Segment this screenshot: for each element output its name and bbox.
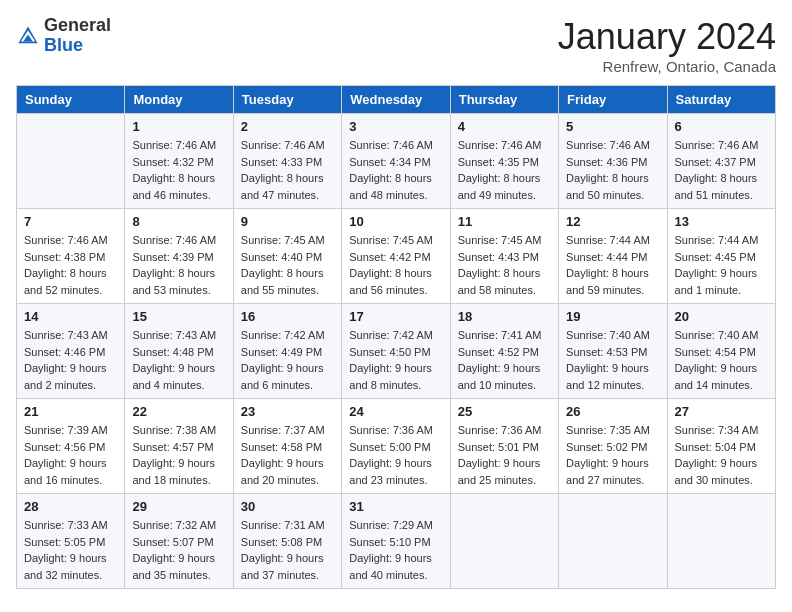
day-cell: 16Sunrise: 7:42 AMSunset: 4:49 PMDayligh…	[233, 304, 341, 399]
header-tuesday: Tuesday	[233, 86, 341, 114]
day-number: 24	[349, 404, 442, 419]
day-cell: 12Sunrise: 7:44 AMSunset: 4:44 PMDayligh…	[559, 209, 667, 304]
day-number: 6	[675, 119, 768, 134]
header-wednesday: Wednesday	[342, 86, 450, 114]
day-cell: 30Sunrise: 7:31 AMSunset: 5:08 PMDayligh…	[233, 494, 341, 589]
day-cell	[450, 494, 558, 589]
day-info: Sunrise: 7:40 AMSunset: 4:54 PMDaylight:…	[675, 327, 768, 393]
day-cell: 22Sunrise: 7:38 AMSunset: 4:57 PMDayligh…	[125, 399, 233, 494]
day-info: Sunrise: 7:32 AMSunset: 5:07 PMDaylight:…	[132, 517, 225, 583]
day-cell: 18Sunrise: 7:41 AMSunset: 4:52 PMDayligh…	[450, 304, 558, 399]
day-number: 1	[132, 119, 225, 134]
day-cell: 20Sunrise: 7:40 AMSunset: 4:54 PMDayligh…	[667, 304, 775, 399]
day-cell: 13Sunrise: 7:44 AMSunset: 4:45 PMDayligh…	[667, 209, 775, 304]
logo-icon	[16, 24, 40, 48]
day-cell: 2Sunrise: 7:46 AMSunset: 4:33 PMDaylight…	[233, 114, 341, 209]
day-cell: 10Sunrise: 7:45 AMSunset: 4:42 PMDayligh…	[342, 209, 450, 304]
day-info: Sunrise: 7:46 AMSunset: 4:32 PMDaylight:…	[132, 137, 225, 203]
day-info: Sunrise: 7:43 AMSunset: 4:46 PMDaylight:…	[24, 327, 117, 393]
day-cell: 9Sunrise: 7:45 AMSunset: 4:40 PMDaylight…	[233, 209, 341, 304]
day-cell: 8Sunrise: 7:46 AMSunset: 4:39 PMDaylight…	[125, 209, 233, 304]
day-info: Sunrise: 7:45 AMSunset: 4:42 PMDaylight:…	[349, 232, 442, 298]
day-cell	[559, 494, 667, 589]
day-cell: 7Sunrise: 7:46 AMSunset: 4:38 PMDaylight…	[17, 209, 125, 304]
day-number: 7	[24, 214, 117, 229]
day-number: 17	[349, 309, 442, 324]
day-cell	[667, 494, 775, 589]
day-info: Sunrise: 7:36 AMSunset: 5:01 PMDaylight:…	[458, 422, 551, 488]
header-monday: Monday	[125, 86, 233, 114]
day-number: 2	[241, 119, 334, 134]
day-number: 31	[349, 499, 442, 514]
logo-blue-text: Blue	[44, 35, 83, 55]
day-info: Sunrise: 7:36 AMSunset: 5:00 PMDaylight:…	[349, 422, 442, 488]
day-number: 27	[675, 404, 768, 419]
day-cell: 11Sunrise: 7:45 AMSunset: 4:43 PMDayligh…	[450, 209, 558, 304]
header-thursday: Thursday	[450, 86, 558, 114]
day-cell	[17, 114, 125, 209]
day-info: Sunrise: 7:40 AMSunset: 4:53 PMDaylight:…	[566, 327, 659, 393]
day-number: 13	[675, 214, 768, 229]
day-info: Sunrise: 7:45 AMSunset: 4:40 PMDaylight:…	[241, 232, 334, 298]
day-info: Sunrise: 7:46 AMSunset: 4:38 PMDaylight:…	[24, 232, 117, 298]
day-number: 5	[566, 119, 659, 134]
day-cell: 4Sunrise: 7:46 AMSunset: 4:35 PMDaylight…	[450, 114, 558, 209]
day-info: Sunrise: 7:37 AMSunset: 4:58 PMDaylight:…	[241, 422, 334, 488]
header-friday: Friday	[559, 86, 667, 114]
day-cell: 15Sunrise: 7:43 AMSunset: 4:48 PMDayligh…	[125, 304, 233, 399]
day-cell: 27Sunrise: 7:34 AMSunset: 5:04 PMDayligh…	[667, 399, 775, 494]
title-block: January 2024 Renfrew, Ontario, Canada	[558, 16, 776, 75]
day-number: 16	[241, 309, 334, 324]
day-info: Sunrise: 7:38 AMSunset: 4:57 PMDaylight:…	[132, 422, 225, 488]
logo-general-text: General	[44, 15, 111, 35]
week-row-5: 28Sunrise: 7:33 AMSunset: 5:05 PMDayligh…	[17, 494, 776, 589]
day-number: 19	[566, 309, 659, 324]
day-info: Sunrise: 7:45 AMSunset: 4:43 PMDaylight:…	[458, 232, 551, 298]
day-info: Sunrise: 7:39 AMSunset: 4:56 PMDaylight:…	[24, 422, 117, 488]
day-number: 8	[132, 214, 225, 229]
logo: General Blue	[16, 16, 111, 56]
week-row-1: 1Sunrise: 7:46 AMSunset: 4:32 PMDaylight…	[17, 114, 776, 209]
month-title: January 2024	[558, 16, 776, 58]
header-sunday: Sunday	[17, 86, 125, 114]
day-info: Sunrise: 7:46 AMSunset: 4:34 PMDaylight:…	[349, 137, 442, 203]
day-cell: 3Sunrise: 7:46 AMSunset: 4:34 PMDaylight…	[342, 114, 450, 209]
day-info: Sunrise: 7:31 AMSunset: 5:08 PMDaylight:…	[241, 517, 334, 583]
day-number: 25	[458, 404, 551, 419]
day-info: Sunrise: 7:34 AMSunset: 5:04 PMDaylight:…	[675, 422, 768, 488]
day-info: Sunrise: 7:44 AMSunset: 4:45 PMDaylight:…	[675, 232, 768, 298]
day-info: Sunrise: 7:46 AMSunset: 4:35 PMDaylight:…	[458, 137, 551, 203]
day-number: 20	[675, 309, 768, 324]
calendar-table: SundayMondayTuesdayWednesdayThursdayFrid…	[16, 85, 776, 589]
day-cell: 21Sunrise: 7:39 AMSunset: 4:56 PMDayligh…	[17, 399, 125, 494]
day-info: Sunrise: 7:29 AMSunset: 5:10 PMDaylight:…	[349, 517, 442, 583]
day-number: 23	[241, 404, 334, 419]
day-number: 14	[24, 309, 117, 324]
day-info: Sunrise: 7:42 AMSunset: 4:49 PMDaylight:…	[241, 327, 334, 393]
day-cell: 26Sunrise: 7:35 AMSunset: 5:02 PMDayligh…	[559, 399, 667, 494]
day-number: 11	[458, 214, 551, 229]
day-cell: 5Sunrise: 7:46 AMSunset: 4:36 PMDaylight…	[559, 114, 667, 209]
day-cell: 28Sunrise: 7:33 AMSunset: 5:05 PMDayligh…	[17, 494, 125, 589]
day-number: 9	[241, 214, 334, 229]
location: Renfrew, Ontario, Canada	[558, 58, 776, 75]
day-number: 29	[132, 499, 225, 514]
header-saturday: Saturday	[667, 86, 775, 114]
day-info: Sunrise: 7:41 AMSunset: 4:52 PMDaylight:…	[458, 327, 551, 393]
week-row-4: 21Sunrise: 7:39 AMSunset: 4:56 PMDayligh…	[17, 399, 776, 494]
day-cell: 24Sunrise: 7:36 AMSunset: 5:00 PMDayligh…	[342, 399, 450, 494]
day-info: Sunrise: 7:44 AMSunset: 4:44 PMDaylight:…	[566, 232, 659, 298]
day-number: 26	[566, 404, 659, 419]
day-info: Sunrise: 7:46 AMSunset: 4:39 PMDaylight:…	[132, 232, 225, 298]
day-number: 28	[24, 499, 117, 514]
day-info: Sunrise: 7:46 AMSunset: 4:33 PMDaylight:…	[241, 137, 334, 203]
day-number: 12	[566, 214, 659, 229]
day-number: 18	[458, 309, 551, 324]
day-info: Sunrise: 7:43 AMSunset: 4:48 PMDaylight:…	[132, 327, 225, 393]
week-row-2: 7Sunrise: 7:46 AMSunset: 4:38 PMDaylight…	[17, 209, 776, 304]
day-info: Sunrise: 7:46 AMSunset: 4:36 PMDaylight:…	[566, 137, 659, 203]
day-info: Sunrise: 7:35 AMSunset: 5:02 PMDaylight:…	[566, 422, 659, 488]
day-cell: 23Sunrise: 7:37 AMSunset: 4:58 PMDayligh…	[233, 399, 341, 494]
day-number: 4	[458, 119, 551, 134]
day-number: 10	[349, 214, 442, 229]
